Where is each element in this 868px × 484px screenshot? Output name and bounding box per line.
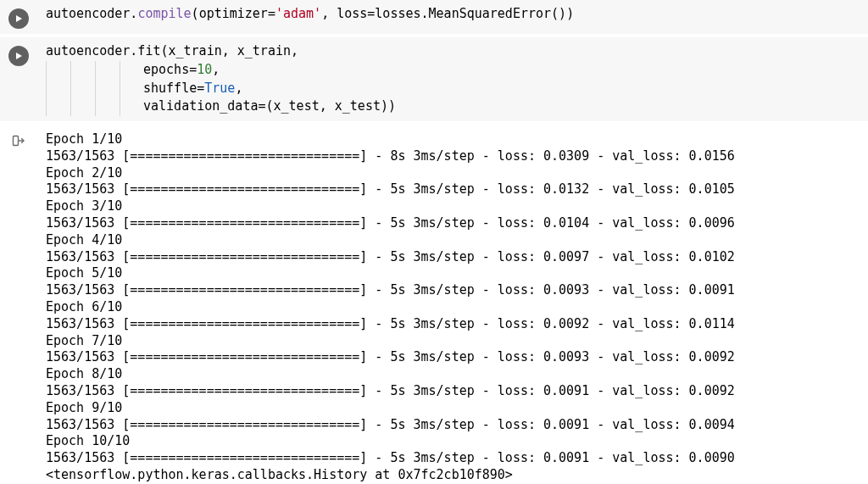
code-line: autoencoder.fit(x_train, x_train, <box>46 43 298 58</box>
code-editor[interactable]: autoencoder.compile(optimizer='adam', lo… <box>31 5 861 24</box>
output-text[interactable]: Epoch 1/101563/1563 [===================… <box>31 131 861 484</box>
table-row: Epoch 9/10 <box>46 400 861 417</box>
table-row: 1563/1563 [=============================… <box>46 417 861 434</box>
table-row: 1563/1563 [=============================… <box>46 215 861 232</box>
table-row: 1563/1563 [=============================… <box>46 316 861 333</box>
output-return-value: <tensorflow.python.keras.callbacks.Histo… <box>46 467 861 484</box>
play-icon <box>14 52 23 60</box>
run-column <box>7 5 31 29</box>
table-row: 1563/1563 [=============================… <box>46 148 861 165</box>
run-column <box>7 42 31 66</box>
table-row: Epoch 5/10 <box>46 265 861 282</box>
table-row: Epoch 7/10 <box>46 333 861 350</box>
output-arrow-icon <box>11 133 26 148</box>
play-icon <box>14 14 23 23</box>
table-row: 1563/1563 [=============================… <box>46 349 861 366</box>
code-line: shuffle=True, <box>143 81 242 96</box>
code-line: epochs=10, <box>143 62 220 77</box>
table-row: 1563/1563 [=============================… <box>46 383 861 400</box>
table-row: Epoch 8/10 <box>46 366 861 383</box>
table-row: Epoch 4/10 <box>46 232 861 249</box>
code-cell-2: autoencoder.fit(x_train, x_train, epochs… <box>0 37 868 121</box>
table-row: Epoch 10/10 <box>46 433 861 450</box>
code-cell-1: autoencoder.compile(optimizer='adam', lo… <box>0 0 868 34</box>
table-row: Epoch 1/10 <box>46 131 861 148</box>
output-gutter <box>7 131 31 148</box>
svg-rect-0 <box>14 136 19 146</box>
table-row: 1563/1563 [=============================… <box>46 181 861 198</box>
table-row: 1563/1563 [=============================… <box>46 282 861 299</box>
table-row: Epoch 6/10 <box>46 299 861 316</box>
code-line: validation_data=(x_test, x_test)) <box>143 98 396 114</box>
code-editor[interactable]: autoencoder.fit(x_train, x_train, epochs… <box>31 42 861 116</box>
table-row: 1563/1563 [=============================… <box>46 450 861 467</box>
run-cell-button[interactable] <box>8 8 29 29</box>
table-row: Epoch 2/10 <box>46 165 861 182</box>
run-cell-button[interactable] <box>8 46 29 66</box>
table-row: Epoch 3/10 <box>46 198 861 215</box>
table-row: 1563/1563 [=============================… <box>46 249 861 266</box>
output-cell: Epoch 1/101563/1563 [===================… <box>0 125 868 484</box>
code-text: autoencoder.compile(optimizer='adam', lo… <box>46 6 574 21</box>
